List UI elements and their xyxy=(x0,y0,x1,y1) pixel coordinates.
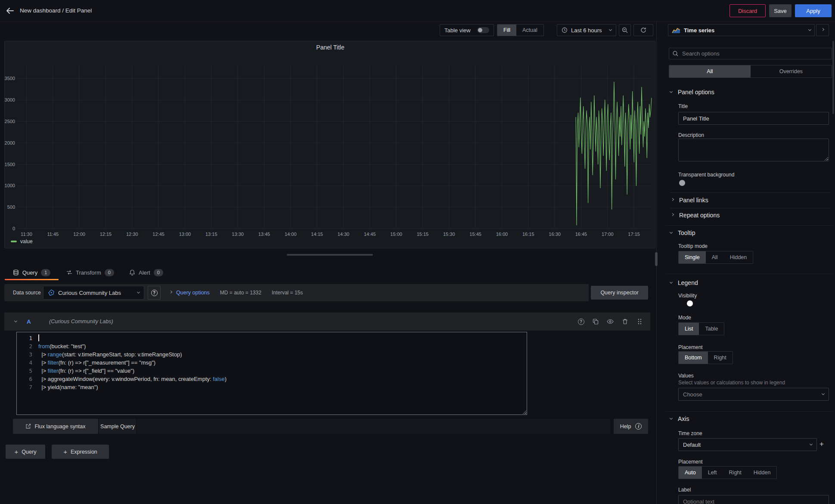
legend-placement-right[interactable]: Right xyxy=(708,352,733,364)
svg-text:16:30: 16:30 xyxy=(549,232,561,237)
svg-text:3500: 3500 xyxy=(5,76,15,81)
table-view-label: Table view xyxy=(444,27,471,34)
delete-query-icon[interactable] xyxy=(620,317,630,326)
zoom-out-button[interactable] xyxy=(619,24,631,36)
svg-text:500: 500 xyxy=(7,204,15,210)
query-inspector-button[interactable]: Query inspector xyxy=(591,286,648,300)
drag-handle-icon[interactable] xyxy=(635,317,644,326)
tooltip-mode-single[interactable]: Single xyxy=(679,251,706,263)
editor-cursor xyxy=(38,334,39,341)
tooltip-section-header[interactable]: Tooltip xyxy=(670,229,695,236)
duplicate-query-icon[interactable] xyxy=(591,317,600,326)
collapse-chevron-icon[interactable] xyxy=(14,319,17,322)
tooltip-mode-all[interactable]: All xyxy=(706,251,724,263)
legend-mode-list[interactable]: List xyxy=(679,323,699,335)
legend-values-label: Values xyxy=(678,373,694,379)
transform-icon xyxy=(66,269,72,275)
panel-resize-handle[interactable] xyxy=(287,254,373,256)
panel-title-input[interactable] xyxy=(678,112,829,125)
time-range-picker[interactable]: Last 6 hours xyxy=(557,24,616,36)
options-sidebar: Time series All Overrides Panel options … xyxy=(665,0,835,504)
refresh-button[interactable] xyxy=(633,24,653,36)
panel-options-header[interactable]: Panel options xyxy=(670,89,714,96)
back-arrow-icon[interactable] xyxy=(4,6,16,16)
description-textarea[interactable] xyxy=(678,139,829,161)
tab-alert[interactable]: Alert 0 xyxy=(129,266,163,279)
editor-resize-grip[interactable] xyxy=(522,410,526,414)
legend-values-select[interactable]: Choose xyxy=(678,388,829,401)
axis-label-input[interactable] xyxy=(678,495,829,504)
fill-option[interactable]: Fill xyxy=(497,25,516,36)
svg-text:13:45: 13:45 xyxy=(258,232,270,237)
tooltip-mode-radio: Single All Hidden xyxy=(678,251,753,264)
svg-text:1500: 1500 xyxy=(5,162,15,167)
visualization-picker[interactable]: Time series xyxy=(668,24,815,36)
editor-code-area[interactable]: from(bucket: "test") |> range(start: v.t… xyxy=(38,332,527,414)
options-search-input[interactable] xyxy=(681,50,828,57)
chevron-right-icon xyxy=(169,291,172,294)
flux-syntax-button[interactable]: Flux language syntax xyxy=(13,419,98,434)
svg-text:15:00: 15:00 xyxy=(390,232,402,237)
bell-icon xyxy=(129,269,135,275)
hide-query-icon[interactable] xyxy=(605,317,615,326)
svg-text:0: 0 xyxy=(12,226,15,231)
sidebar-splitter-handle[interactable] xyxy=(655,252,658,266)
chevron-down-icon xyxy=(808,28,811,31)
add-query-button[interactable]: + Query xyxy=(6,445,45,459)
datasource-logo-icon xyxy=(48,289,55,296)
query-row-header[interactable]: A (Curious Community Labs) ? xyxy=(4,312,650,331)
tab-alert-label: Alert xyxy=(139,269,150,276)
info-circle-icon: i xyxy=(635,423,642,430)
axis-section-header[interactable]: Axis xyxy=(670,415,689,422)
svg-text:11:45: 11:45 xyxy=(47,232,59,237)
collapse-sidebar-button[interactable] xyxy=(816,24,829,36)
database-icon xyxy=(13,269,19,275)
axis-placement-left[interactable]: Left xyxy=(702,467,723,479)
timezone-select[interactable]: Default xyxy=(678,438,817,451)
table-view-toggle[interactable] xyxy=(477,27,489,33)
svg-text:11:30: 11:30 xyxy=(21,232,32,237)
time-series-chart[interactable]: 11:3011:4512:0012:1512:3012:4513:0013:15… xyxy=(5,41,655,248)
svg-text:13:15: 13:15 xyxy=(205,232,217,237)
repeat-options-section[interactable]: Repeat options xyxy=(671,212,720,219)
query-help-icon[interactable]: ? xyxy=(576,317,586,326)
zoom-out-icon xyxy=(622,27,628,33)
tooltip-mode-label: Tooltip mode xyxy=(678,243,708,249)
sample-query-button[interactable]: Sample Query xyxy=(99,419,136,434)
data-source-picker[interactable]: Curious Community Labs xyxy=(43,286,144,300)
data-source-help-button[interactable]: ? xyxy=(148,286,161,300)
filter-tab-all[interactable]: All xyxy=(669,65,751,77)
legend-mode-table[interactable]: Table xyxy=(699,323,724,335)
legend-placement-radio: Bottom Right xyxy=(678,351,733,364)
clock-icon xyxy=(562,27,568,33)
tab-query-count: 1 xyxy=(41,269,50,276)
svg-text:13:00: 13:00 xyxy=(179,232,191,237)
axis-placement-right[interactable]: Right xyxy=(723,467,748,479)
add-expression-button[interactable]: + Expression xyxy=(52,445,109,459)
svg-text:16:00: 16:00 xyxy=(496,232,508,237)
legend-placement-label: Placement xyxy=(678,344,703,350)
tab-transform-label: Transform xyxy=(76,269,101,276)
panel-links-section[interactable]: Panel links xyxy=(671,197,708,204)
query-options-toggle[interactable]: Query options MD = auto = 1332 Interval … xyxy=(170,284,303,301)
tooltip-mode-hidden[interactable]: Hidden xyxy=(724,251,753,263)
tab-transform[interactable]: Transform 0 xyxy=(66,266,114,279)
help-button[interactable]: Help i xyxy=(614,419,648,434)
tab-query[interactable]: Query 1 xyxy=(5,266,59,279)
legend-item[interactable]: value xyxy=(11,238,33,244)
textarea-resize-grip[interactable] xyxy=(824,156,828,161)
options-search[interactable] xyxy=(669,48,832,59)
legend-section-header[interactable]: Legend xyxy=(670,279,698,286)
axis-placement-hidden[interactable]: Hidden xyxy=(748,467,777,479)
add-timezone-button[interactable]: + xyxy=(819,440,824,448)
grafana-edit-panel: New dashboard / Edit Panel Discard Save … xyxy=(0,0,835,504)
axis-placement-auto[interactable]: Auto xyxy=(679,467,702,479)
query-options-label: Query options xyxy=(176,290,210,296)
table-view-control: Table view xyxy=(440,24,494,36)
flux-code-editor[interactable]: 1234567 from(bucket: "test") |> range(st… xyxy=(16,332,527,415)
chevron-right-icon xyxy=(671,198,674,201)
filter-tab-overrides[interactable]: Overrides xyxy=(751,65,832,77)
legend-placement-bottom[interactable]: Bottom xyxy=(679,352,708,364)
actual-option[interactable]: Actual xyxy=(516,25,543,36)
visualization-name: Time series xyxy=(684,27,805,34)
